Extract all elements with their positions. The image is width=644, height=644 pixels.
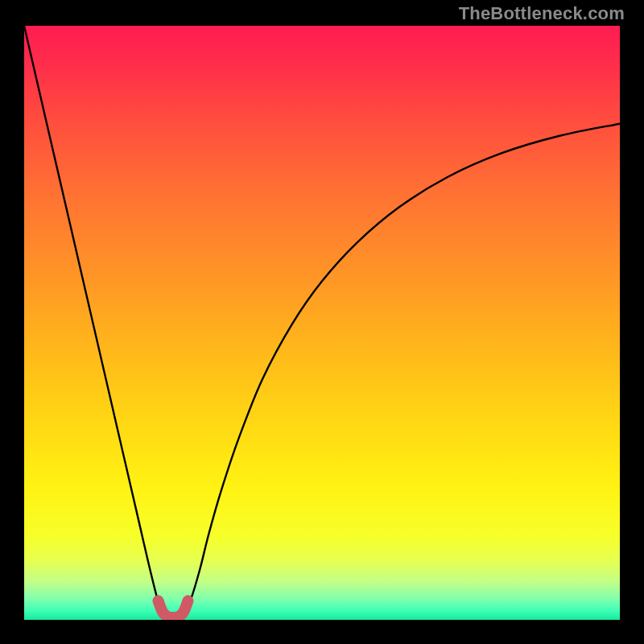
plot-area [24,26,620,620]
bottleneck-curve [24,26,620,617]
watermark-text: TheBottleneck.com [459,3,625,24]
curve-layer [24,26,620,620]
valley-marker [159,601,188,617]
chart-frame: TheBottleneck.com [0,0,644,644]
